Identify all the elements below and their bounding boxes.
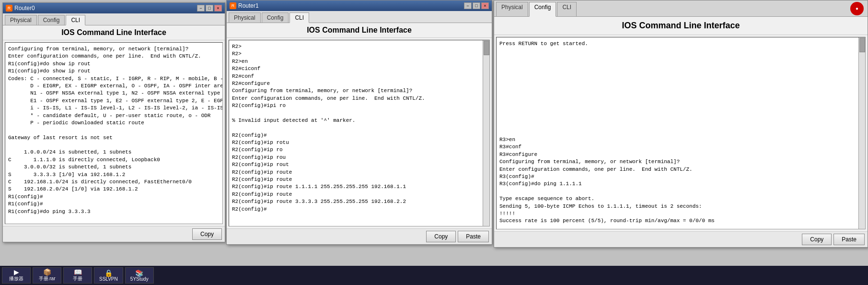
rar-icon: 📦 xyxy=(43,269,51,275)
minimize-button-r1[interactable]: − xyxy=(464,2,472,9)
5ystudy-icon: 📚 xyxy=(135,270,143,276)
taskbar-item-player[interactable]: ▶ 播放器 xyxy=(2,267,31,284)
router0-window: R Router0 − □ × Physical Config CLI IOS … xyxy=(2,2,225,242)
sslvpn-icon: 🔒 xyxy=(104,270,113,276)
router1-heading: IOS Command Line Interface xyxy=(227,23,492,38)
router0-title: Router0 xyxy=(14,5,35,12)
router1-terminal[interactable]: R2> R2> R2>en R2#ciconf R2#conf R2#confi… xyxy=(229,40,489,226)
router-icon: R xyxy=(6,5,12,12)
router2-window: Physical Config CLI ● IOS Command Line I… xyxy=(494,0,868,248)
tab-config-r1[interactable]: Config xyxy=(262,12,289,23)
tab-physical-r1[interactable]: Physical xyxy=(229,12,261,23)
5ystudy-label: 5YStudy xyxy=(130,276,149,282)
tab-cli-r2[interactable]: CLI xyxy=(557,2,577,16)
title-controls: − □ × xyxy=(197,5,222,12)
router2-heading: IOS Command Line Interface xyxy=(494,17,868,35)
router0-button-bar: Copy xyxy=(3,226,225,242)
manual-icon: 📖 xyxy=(74,269,82,275)
router2-button-bar: Copy Paste xyxy=(494,231,868,247)
title-controls-r1: − □ × xyxy=(464,2,489,9)
player-icon: ▶ xyxy=(14,269,19,275)
router0-terminal-container: Configuring from terminal, memory, or ne… xyxy=(5,42,223,224)
taskbar-item-rar[interactable]: 📦 手册.rar xyxy=(33,267,61,284)
router2-terminal[interactable]: Press RETURN to get started. R3>en R3#co… xyxy=(497,37,865,229)
router2-scrollbar[interactable] xyxy=(858,37,865,229)
rar-label: 手册.rar xyxy=(39,275,56,282)
router1-title-bar: R Router1 − □ × xyxy=(227,0,492,11)
close-button-r1[interactable]: × xyxy=(481,2,489,9)
router2-copy-button[interactable]: Copy xyxy=(802,234,832,245)
router1-button-bar: Copy Paste xyxy=(227,228,492,244)
router0-terminal[interactable]: Configuring from terminal, memory, or ne… xyxy=(5,43,222,224)
tab-physical-r0[interactable]: Physical xyxy=(5,15,37,25)
router1-terminal-container: R2> R2> R2>en R2#ciconf R2#conf R2#confi… xyxy=(229,40,490,226)
tab-config-r0[interactable]: Config xyxy=(38,15,65,25)
taskbar-item-sslvpn[interactable]: 🔒 SSLVPN xyxy=(94,267,123,284)
router1-tab-bar: Physical Config CLI xyxy=(227,11,492,23)
router2-paste-button[interactable]: Paste xyxy=(833,234,865,245)
tab-cli-r0[interactable]: CLI xyxy=(66,15,85,25)
tab-physical-r2[interactable]: Physical xyxy=(496,2,528,16)
router0-heading: IOS Command Line Interface xyxy=(3,25,225,40)
router2-terminal-container: Press RETURN to get started. R3>en R3#co… xyxy=(496,37,866,229)
minimize-button[interactable]: − xyxy=(197,5,205,12)
title-bar-left-r1: R Router1 xyxy=(230,2,259,9)
tab-config-r2[interactable]: Config xyxy=(529,2,556,17)
sslvpn-label: SSLVPN xyxy=(99,276,118,282)
router2-top-tabs: Physical Config CLI ● xyxy=(494,0,868,17)
router1-scrollbar-thumb[interactable] xyxy=(484,41,489,55)
router0-title-bar: R Router0 − □ × xyxy=(3,3,225,13)
taskbar-item-manual[interactable]: 📖 手册 xyxy=(63,267,92,284)
taskbar: ▶ 播放器 📦 手册.rar 📖 手册 🔒 SSLVPN 📚 5YStudy xyxy=(0,266,868,285)
router1-window: R Router1 − □ × Physical Config CLI IOS … xyxy=(226,0,492,245)
router1-title: Router1 xyxy=(238,2,259,9)
title-bar-left: R Router0 xyxy=(6,5,35,12)
router1-paste-button[interactable]: Paste xyxy=(458,231,489,242)
router1-icon: R xyxy=(230,2,236,9)
player-label: 播放器 xyxy=(9,275,23,282)
router0-copy-button[interactable]: Copy xyxy=(192,228,222,240)
router1-scrollbar[interactable] xyxy=(483,40,489,226)
router0-tab-bar: Physical Config CLI xyxy=(3,13,225,25)
maximize-button-r1[interactable]: □ xyxy=(473,2,480,9)
tab-spacer xyxy=(578,2,849,16)
maximize-button[interactable]: □ xyxy=(206,5,213,12)
cisco-logo: ● xyxy=(850,2,864,15)
close-button[interactable]: × xyxy=(214,5,222,12)
taskbar-item-5ystudy[interactable]: 📚 5YStudy xyxy=(125,267,154,284)
router1-copy-button[interactable]: Copy xyxy=(426,231,456,242)
manual-label: 手册 xyxy=(73,275,82,282)
router2-scrollbar-thumb[interactable] xyxy=(859,38,865,52)
tab-cli-r1[interactable]: CLI xyxy=(289,12,309,23)
